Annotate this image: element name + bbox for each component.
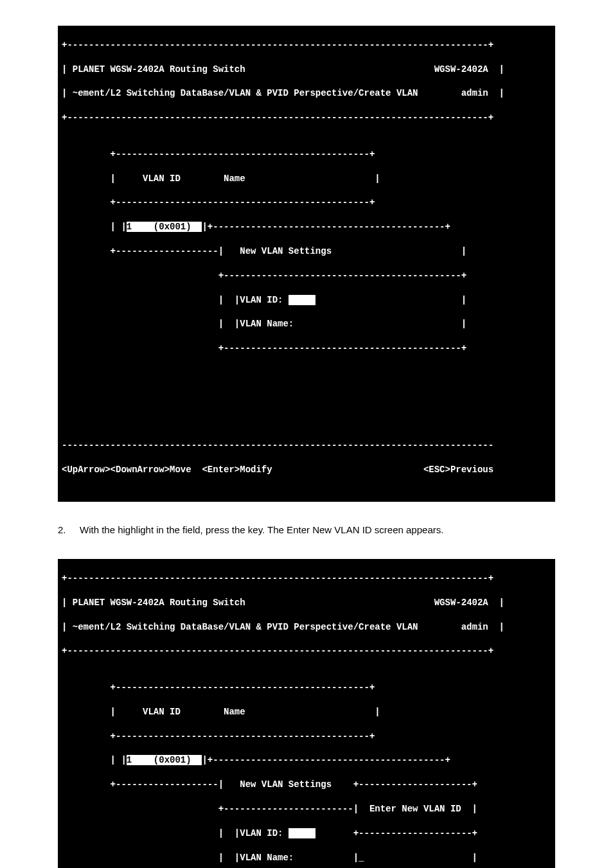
term1-header-1-left: | PLANET WGSW-2402A Routing Switch [62, 64, 245, 75]
term1-sep: +---------------------------------------… [62, 112, 551, 124]
term2-row1-pre: | | [62, 755, 127, 765]
term1-row1: | |1 (0x001) |+-------------------------… [62, 221, 551, 233]
term1-cols: | VLAN ID Name | [62, 173, 551, 185]
term1-footer-left: <UpArrow><DownArrow>Move <Enter>Modify [62, 465, 272, 475]
step-2-text: With the highlight in the field, press t… [80, 520, 555, 540]
term2-row1-highlight: 1 (0x001) [127, 755, 202, 765]
term2-header-1-right: WGSW-2402A | [434, 598, 504, 608]
term2-header-2-left: | ~ement/L2 Switching DataBase/VLAN & PV… [62, 622, 418, 632]
step-2-num: 2. [58, 520, 80, 540]
term1-settings-sep: +---------------------------------------… [62, 270, 551, 282]
term1-vlanid-post: | [315, 295, 466, 305]
term1-inner-top: +---------------------------------------… [62, 148, 551, 161]
term1-vlanid-highlight [289, 295, 315, 305]
term1-row1-pre: | | [62, 222, 127, 232]
term1-border-top: +---------------------------------------… [62, 39, 551, 51]
term2-row1-post: |+--------------------------------------… [202, 755, 450, 765]
term1-footer-right: <ESC>Previous [423, 465, 493, 475]
term1-header-1-right: WGSW-2402A | [434, 64, 504, 75]
term2-cols-sep: +---------------------------------------… [62, 731, 551, 743]
term2-sep: +---------------------------------------… [62, 645, 551, 657]
term2-inner-top: +---------------------------------------… [62, 682, 551, 694]
step-2: 2. With the highlight in the field, pres… [58, 520, 555, 540]
term1-settings-end: +---------------------------------------… [62, 342, 551, 355]
term1-cols-sep: +---------------------------------------… [62, 197, 551, 209]
term2-vlanid: | |VLAN ID: +---------------------+ [62, 828, 551, 840]
term1-footer: <UpArrow><DownArrow>Move <Enter>Modify <… [62, 464, 551, 476]
terminal-screenshot-2: +---------------------------------------… [58, 559, 555, 868]
term2-settings: +-------------------| New VLAN Settings … [62, 779, 551, 791]
term2-vlanid-highlight [289, 828, 315, 838]
term2-enter-new: +------------------------| Enter New VLA… [62, 803, 551, 815]
term2-vlanname: | |VLAN Name: |_ | [62, 852, 551, 864]
term1-header-2: | ~ement/L2 Switching DataBase/VLAN & PV… [62, 87, 551, 100]
term1-vlanid: | |VLAN ID: | [62, 294, 551, 306]
term2-border-top: +---------------------------------------… [62, 572, 551, 585]
term2-header-2-right: admin | [461, 622, 504, 632]
term1-vlanname: | |VLAN Name: | [62, 318, 551, 330]
term1-row1-highlight: 1 (0x001) [127, 222, 202, 232]
term2-row1: | |1 (0x001) |+-------------------------… [62, 754, 551, 766]
term2-header-1-left: | PLANET WGSW-2402A Routing Switch [62, 598, 245, 608]
term1-row1-post: |+--------------------------------------… [202, 222, 450, 232]
term2-header-2: | ~ement/L2 Switching DataBase/VLAN & PV… [62, 621, 551, 633]
terminal-screenshot-1: +---------------------------------------… [58, 26, 555, 502]
step-2-text-a: With the highlight in the [80, 524, 182, 535]
term1-settings: +-------------------| New VLAN Settings … [62, 245, 551, 258]
term1-vlanid-label: | |VLAN ID: [62, 295, 283, 305]
term2-vlanid-label: | |VLAN ID: [62, 828, 283, 838]
term2-header-1: | PLANET WGSW-2402A Routing Switch WGSW-… [62, 597, 551, 609]
step-2-text-b: field, press the [182, 524, 248, 535]
term1-foot-sep: ----------------------------------------… [62, 439, 551, 452]
step-2-text-c: key. The Enter New VLAN ID screen appear… [248, 524, 444, 535]
term1-header-2-left: | ~ement/L2 Switching DataBase/VLAN & PV… [62, 88, 418, 98]
term1-header-2-right: admin | [461, 88, 504, 98]
term2-cols: | VLAN ID Name | [62, 706, 551, 718]
term2-vlanid-post: +---------------------+ [315, 828, 477, 838]
term1-header-1: | PLANET WGSW-2402A Routing Switch WGSW-… [62, 64, 551, 76]
